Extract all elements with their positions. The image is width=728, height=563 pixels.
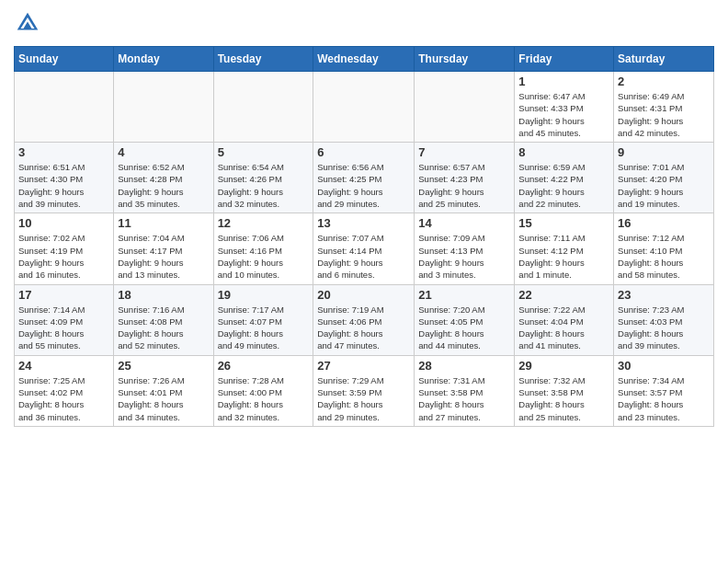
calendar-cell: 23Sunrise: 7:23 AM Sunset: 4:03 PM Dayli… (614, 284, 714, 355)
day-info: Sunrise: 7:02 AM Sunset: 4:19 PM Dayligh… (18, 232, 109, 281)
day-number: 29 (518, 359, 609, 373)
day-number: 4 (118, 145, 209, 159)
calendar-cell: 1Sunrise: 6:47 AM Sunset: 4:33 PM Daylig… (515, 72, 614, 143)
day-info: Sunrise: 6:47 AM Sunset: 4:33 PM Dayligh… (518, 90, 609, 139)
page: SundayMondayTuesdayWednesdayThursdayFrid… (0, 0, 728, 563)
day-number: 9 (618, 145, 710, 159)
calendar-cell: 25Sunrise: 7:26 AM Sunset: 4:01 PM Dayli… (114, 355, 213, 426)
calendar-cell: 11Sunrise: 7:04 AM Sunset: 4:17 PM Dayli… (114, 213, 213, 284)
calendar-cell: 6Sunrise: 6:56 AM Sunset: 4:25 PM Daylig… (313, 143, 415, 213)
day-number: 27 (317, 359, 410, 373)
day-number: 17 (18, 288, 109, 302)
calendar-cell (15, 72, 114, 143)
logo (14, 9, 45, 37)
calendar-week-4: 24Sunrise: 7:25 AM Sunset: 4:02 PM Dayli… (15, 355, 714, 426)
day-info: Sunrise: 7:12 AM Sunset: 4:10 PM Dayligh… (618, 232, 710, 281)
day-info: Sunrise: 7:11 AM Sunset: 4:12 PM Dayligh… (518, 232, 609, 281)
calendar-week-2: 10Sunrise: 7:02 AM Sunset: 4:19 PM Dayli… (15, 213, 714, 284)
calendar-cell: 17Sunrise: 7:14 AM Sunset: 4:09 PM Dayli… (15, 284, 114, 355)
day-number: 3 (18, 145, 109, 159)
weekday-header-monday: Monday (114, 47, 213, 72)
day-number: 28 (418, 359, 510, 373)
day-number: 20 (317, 288, 410, 302)
day-info: Sunrise: 6:59 AM Sunset: 4:22 PM Dayligh… (518, 161, 609, 210)
day-number: 15 (518, 216, 609, 230)
day-info: Sunrise: 7:16 AM Sunset: 4:08 PM Dayligh… (118, 304, 209, 352)
calendar-week-3: 17Sunrise: 7:14 AM Sunset: 4:09 PM Dayli… (15, 284, 714, 355)
weekday-header-sunday: Sunday (15, 47, 114, 72)
calendar-cell: 29Sunrise: 7:32 AM Sunset: 3:58 PM Dayli… (515, 355, 614, 426)
day-info: Sunrise: 7:17 AM Sunset: 4:07 PM Dayligh… (218, 304, 310, 352)
day-number: 16 (618, 216, 710, 230)
day-number: 12 (218, 216, 310, 230)
day-number: 25 (118, 359, 209, 373)
day-info: Sunrise: 6:49 AM Sunset: 4:31 PM Dayligh… (618, 90, 710, 139)
weekday-header-wednesday: Wednesday (313, 47, 415, 72)
day-number: 13 (317, 216, 410, 230)
calendar-cell: 15Sunrise: 7:11 AM Sunset: 4:12 PM Dayli… (515, 213, 614, 284)
day-number: 14 (418, 216, 510, 230)
calendar-cell: 2Sunrise: 6:49 AM Sunset: 4:31 PM Daylig… (614, 72, 714, 143)
day-info: Sunrise: 6:51 AM Sunset: 4:30 PM Dayligh… (18, 161, 109, 210)
calendar-cell (313, 72, 415, 143)
calendar-cell: 24Sunrise: 7:25 AM Sunset: 4:02 PM Dayli… (15, 355, 114, 426)
weekday-header-friday: Friday (515, 47, 614, 72)
day-number: 24 (18, 359, 109, 373)
day-info: Sunrise: 7:34 AM Sunset: 3:57 PM Dayligh… (618, 374, 710, 423)
day-number: 7 (418, 145, 510, 159)
day-info: Sunrise: 6:56 AM Sunset: 4:25 PM Dayligh… (317, 161, 410, 210)
day-number: 10 (18, 216, 109, 230)
day-info: Sunrise: 7:19 AM Sunset: 4:06 PM Dayligh… (317, 304, 410, 352)
day-info: Sunrise: 7:06 AM Sunset: 4:16 PM Dayligh… (218, 232, 310, 281)
calendar-cell: 30Sunrise: 7:34 AM Sunset: 3:57 PM Dayli… (614, 355, 714, 426)
weekday-header-saturday: Saturday (614, 47, 714, 72)
day-info: Sunrise: 7:22 AM Sunset: 4:04 PM Dayligh… (518, 304, 609, 352)
calendar-cell: 9Sunrise: 7:01 AM Sunset: 4:20 PM Daylig… (614, 143, 714, 213)
calendar-cell: 27Sunrise: 7:29 AM Sunset: 3:59 PM Dayli… (313, 355, 415, 426)
day-info: Sunrise: 7:29 AM Sunset: 3:59 PM Dayligh… (317, 374, 410, 423)
calendar-cell (213, 72, 313, 143)
calendar-body: 1Sunrise: 6:47 AM Sunset: 4:33 PM Daylig… (15, 72, 714, 427)
day-number: 21 (418, 288, 510, 302)
day-info: Sunrise: 7:32 AM Sunset: 3:58 PM Dayligh… (518, 374, 609, 423)
calendar-cell: 13Sunrise: 7:07 AM Sunset: 4:14 PM Dayli… (313, 213, 415, 284)
day-info: Sunrise: 7:26 AM Sunset: 4:01 PM Dayligh… (118, 374, 209, 423)
day-number: 19 (218, 288, 310, 302)
calendar-cell: 4Sunrise: 6:52 AM Sunset: 4:28 PM Daylig… (114, 143, 213, 213)
day-number: 26 (218, 359, 310, 373)
day-info: Sunrise: 7:01 AM Sunset: 4:20 PM Dayligh… (618, 161, 710, 210)
weekday-header-tuesday: Tuesday (213, 47, 313, 72)
day-info: Sunrise: 7:07 AM Sunset: 4:14 PM Dayligh… (317, 232, 410, 281)
calendar-cell (114, 72, 213, 143)
calendar-cell: 14Sunrise: 7:09 AM Sunset: 4:13 PM Dayli… (415, 213, 515, 284)
day-info: Sunrise: 6:54 AM Sunset: 4:26 PM Dayligh… (218, 161, 310, 210)
calendar: SundayMondayTuesdayWednesdayThursdayFrid… (14, 46, 714, 427)
calendar-week-1: 3Sunrise: 6:51 AM Sunset: 4:30 PM Daylig… (15, 143, 714, 213)
calendar-cell: 16Sunrise: 7:12 AM Sunset: 4:10 PM Dayli… (614, 213, 714, 284)
day-number: 18 (118, 288, 209, 302)
day-number: 6 (317, 145, 410, 159)
calendar-cell (415, 72, 515, 143)
day-info: Sunrise: 7:23 AM Sunset: 4:03 PM Dayligh… (618, 304, 710, 352)
calendar-cell: 18Sunrise: 7:16 AM Sunset: 4:08 PM Dayli… (114, 284, 213, 355)
calendar-cell: 12Sunrise: 7:06 AM Sunset: 4:16 PM Dayli… (213, 213, 313, 284)
calendar-cell: 8Sunrise: 6:59 AM Sunset: 4:22 PM Daylig… (515, 143, 614, 213)
logo-icon (14, 9, 41, 37)
day-number: 23 (618, 288, 710, 302)
day-info: Sunrise: 7:20 AM Sunset: 4:05 PM Dayligh… (418, 304, 510, 352)
day-number: 1 (518, 75, 609, 88)
weekday-header-row: SundayMondayTuesdayWednesdayThursdayFrid… (15, 47, 714, 72)
day-number: 11 (118, 216, 209, 230)
calendar-cell: 21Sunrise: 7:20 AM Sunset: 4:05 PM Dayli… (415, 284, 515, 355)
calendar-header: SundayMondayTuesdayWednesdayThursdayFrid… (15, 47, 714, 72)
day-info: Sunrise: 6:52 AM Sunset: 4:28 PM Dayligh… (118, 161, 209, 210)
calendar-cell: 7Sunrise: 6:57 AM Sunset: 4:23 PM Daylig… (415, 143, 515, 213)
day-info: Sunrise: 7:31 AM Sunset: 3:58 PM Dayligh… (418, 374, 510, 423)
calendar-cell: 5Sunrise: 6:54 AM Sunset: 4:26 PM Daylig… (213, 143, 313, 213)
day-number: 30 (618, 359, 710, 373)
day-number: 5 (218, 145, 310, 159)
calendar-cell: 20Sunrise: 7:19 AM Sunset: 4:06 PM Dayli… (313, 284, 415, 355)
day-number: 8 (518, 145, 609, 159)
day-info: Sunrise: 7:14 AM Sunset: 4:09 PM Dayligh… (18, 304, 109, 352)
calendar-cell: 22Sunrise: 7:22 AM Sunset: 4:04 PM Dayli… (515, 284, 614, 355)
